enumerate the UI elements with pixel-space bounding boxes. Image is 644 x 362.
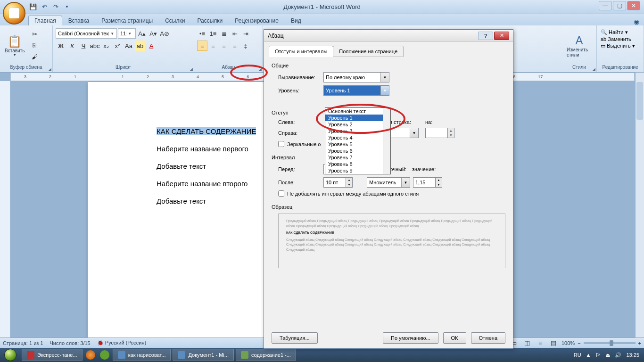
help-icon[interactable]: ◉ xyxy=(634,18,639,25)
taskbar-item-1[interactable]: Экспресс-пане... xyxy=(22,349,83,361)
minimize-button[interactable]: — xyxy=(599,1,612,10)
dropdown-scrollbar[interactable] xyxy=(383,108,390,174)
first-line-value-spinner[interactable]: ▲▼ xyxy=(425,128,454,138)
select-button[interactable]: ▭ Выделить ▾ xyxy=(601,43,635,49)
align-right-icon[interactable]: ≡ xyxy=(219,41,229,51)
copy-icon[interactable]: ⎘ xyxy=(29,41,40,51)
font-name-combo[interactable]: Calibri (Основной тек▼ xyxy=(56,28,117,39)
change-case-icon[interactable]: Aa xyxy=(124,41,134,51)
indent-inc-icon[interactable]: ⇥ xyxy=(240,28,251,39)
maximize-button[interactable]: ▢ xyxy=(613,1,626,10)
tab-indents[interactable]: Отступы и интервалы xyxy=(269,46,333,57)
first-line-value-input[interactable] xyxy=(425,128,448,138)
line-spacing-icon[interactable]: ‡ xyxy=(240,41,251,51)
align-left-icon[interactable]: ≡ xyxy=(197,41,207,51)
level-option-5[interactable]: Уровень 5 xyxy=(325,141,390,148)
default-button[interactable]: По умолчанию... xyxy=(383,332,438,344)
clear-format-icon[interactable]: A⊘ xyxy=(159,28,170,39)
level-option-3[interactable]: Уровень 3 xyxy=(325,128,390,134)
grow-font-icon[interactable]: A▴ xyxy=(137,28,147,39)
underline-icon[interactable]: Ч xyxy=(78,41,89,51)
dialog-close-button[interactable]: ✕ xyxy=(494,32,509,40)
strike-icon[interactable]: abc xyxy=(90,41,100,51)
find-button[interactable]: 🔍 Найти ▾ xyxy=(601,29,628,35)
close-button[interactable]: ✕ xyxy=(627,1,640,10)
multilevel-icon[interactable]: ≣ xyxy=(219,28,229,39)
view-draft-icon[interactable]: ▤ xyxy=(548,338,559,348)
tray-eject-icon[interactable]: ⏏ xyxy=(605,352,610,358)
tab-home[interactable]: Главная xyxy=(28,16,62,25)
mirror-indents-checkbox[interactable] xyxy=(278,141,284,147)
italic-icon[interactable]: К xyxy=(67,41,77,51)
view-outline-icon[interactable]: ≡ xyxy=(535,338,545,348)
scroll-thumb[interactable] xyxy=(636,82,643,120)
clipboard-launcher-icon[interactable]: ◢ xyxy=(48,67,51,72)
level-select[interactable]: Уровень 1▼ xyxy=(323,85,389,96)
superscript-icon[interactable]: x² xyxy=(112,41,123,51)
tray-volume-icon[interactable]: 🔊 xyxy=(615,352,621,358)
font-size-combo[interactable]: 11▼ xyxy=(118,28,136,39)
firefox-icon[interactable] xyxy=(86,350,95,360)
zoom-thumb[interactable] xyxy=(610,340,613,346)
level-option-6[interactable]: Уровень 6 xyxy=(325,148,390,154)
bullets-icon[interactable]: •≡ xyxy=(197,28,207,39)
font-launcher-icon[interactable]: ◢ xyxy=(190,67,193,72)
tray-flag-icon[interactable]: ▲ xyxy=(586,352,591,358)
tray-action-center-icon[interactable]: 🏳 xyxy=(595,352,601,358)
zoom-slider[interactable] xyxy=(584,342,636,344)
dialog-help-button[interactable]: ? xyxy=(478,32,493,40)
zoom-out-icon[interactable]: − xyxy=(578,340,580,346)
taskbar-item-3[interactable]: Документ1 - Mi... xyxy=(173,349,233,361)
office-button[interactable] xyxy=(3,2,25,25)
shrink-font-icon[interactable]: A▾ xyxy=(148,28,158,39)
tab-layout[interactable]: Разметка страницы xyxy=(95,16,159,25)
replace-button[interactable]: ab Заменить xyxy=(601,36,631,42)
level-option-4[interactable]: Уровень 4 xyxy=(325,134,390,141)
utorrent-icon[interactable] xyxy=(100,350,109,360)
vertical-ruler[interactable] xyxy=(0,81,10,337)
paste-button[interactable]: 📋 Вставить ▼ xyxy=(2,34,27,58)
taskbar-item-4[interactable]: содержание1 -... xyxy=(236,349,296,361)
qat-customize-icon[interactable]: ▼ xyxy=(62,2,72,12)
tray-clock[interactable]: 13:25 xyxy=(626,352,639,358)
save-icon[interactable]: 💾 xyxy=(28,2,38,12)
change-styles-button[interactable]: AИзменить стили xyxy=(564,33,594,58)
ok-button[interactable]: ОК xyxy=(443,332,466,344)
tab-mailings[interactable]: Рассылки xyxy=(191,16,229,25)
zoom-level[interactable]: 100% xyxy=(561,340,575,346)
tabs-button[interactable]: Табуляция... xyxy=(272,332,318,344)
align-center-icon[interactable]: ≡ xyxy=(208,41,218,51)
indent-dec-icon[interactable]: ⇤ xyxy=(230,28,240,39)
level-option-2[interactable]: Уровень 2 xyxy=(325,121,390,128)
font-color-icon[interactable]: A xyxy=(146,41,157,51)
tab-view[interactable]: Вид xyxy=(285,16,307,25)
cut-icon[interactable]: ✂ xyxy=(29,29,40,40)
level-option-1[interactable]: Уровень 1 xyxy=(325,115,390,121)
subscript-icon[interactable]: x₂ xyxy=(101,41,111,51)
level-option-body[interactable]: Основной текст xyxy=(325,108,390,115)
tab-references[interactable]: Ссылки xyxy=(159,16,191,25)
paragraph-launcher-icon[interactable]: ◢ xyxy=(258,67,262,72)
redo-icon[interactable]: ↷ xyxy=(51,2,60,12)
alignment-select[interactable]: По левому краю▼ xyxy=(323,72,389,82)
status-language[interactable]: 🐞 Русский (Россия) xyxy=(97,340,146,346)
bold-icon[interactable]: Ж xyxy=(56,41,66,51)
line-spacing-value-input[interactable] xyxy=(413,177,436,188)
zoom-in-icon[interactable]: + xyxy=(638,340,641,346)
space-after-input[interactable] xyxy=(323,177,346,188)
styles-launcher-icon[interactable]: ◢ xyxy=(592,67,595,72)
level-option-8[interactable]: Уровень 8 xyxy=(325,161,390,167)
tab-review[interactable]: Рецензирование xyxy=(229,16,285,25)
justify-icon[interactable]: ≡ xyxy=(230,41,240,51)
view-web-icon[interactable]: ◫ xyxy=(522,338,532,348)
start-button[interactable] xyxy=(0,348,21,362)
status-word-count[interactable]: Число слов: 3/15 xyxy=(50,340,91,346)
level-option-9[interactable]: Уровень 9 xyxy=(325,167,390,174)
line-spacing-value-spinner[interactable]: ▲▼ xyxy=(413,177,442,188)
cancel-button[interactable]: Отмена xyxy=(471,332,505,344)
format-painter-icon[interactable]: 🖌 xyxy=(29,52,40,62)
taskbar-item-2[interactable]: как нарисоват... xyxy=(113,349,171,361)
tab-position[interactable]: Положение на странице xyxy=(333,46,404,57)
numbering-icon[interactable]: 1≡ xyxy=(208,28,218,39)
tab-insert[interactable]: Вставка xyxy=(62,16,96,25)
